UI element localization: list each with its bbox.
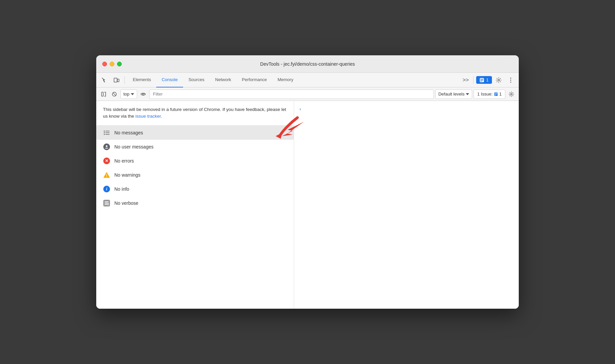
maximize-button[interactable] [117,62,122,66]
back-icon[interactable] [99,89,108,99]
info-label: No info [114,186,129,192]
toolbar-right: >> 1 [461,75,516,85]
more-options-icon[interactable] [505,75,516,85]
tab-sources[interactable]: Sources [183,73,210,87]
svg-rect-21 [105,201,109,202]
main-toolbar: Elements Console Sources Network Perform… [96,73,519,87]
traffic-lights [102,62,122,66]
filter-user-messages[interactable]: No user messages [96,140,294,154]
svg-rect-22 [105,203,109,203]
svg-text:!: ! [106,174,107,178]
svg-point-18 [104,134,105,135]
message-list: No messages No user messages [96,126,294,309]
device-toggle-icon[interactable] [111,75,122,85]
warning-icon: ! [103,171,110,179]
svg-point-4 [510,77,511,78]
notice-suffix: . [161,114,162,119]
list-icon [103,129,110,136]
context-label: top [123,92,129,97]
notice-link[interactable]: issue tracker [135,114,161,119]
badge-count: 1 [486,77,489,82]
svg-point-12 [511,94,512,95]
sidebar-notice: This sidebar will be removed in a future… [96,101,294,126]
tab-console[interactable]: Console [156,73,183,87]
filter-errors[interactable]: ✕ No errors [96,154,294,168]
inspect-element-icon[interactable] [99,75,110,85]
toolbar-divider-1 [124,76,125,84]
context-selector[interactable]: top [120,89,137,99]
user-messages-label: No user messages [114,144,154,149]
issue-text: 1 Issue: [477,92,493,97]
svg-point-17 [104,132,105,133]
issues-badge-button[interactable]: 1 [476,76,492,84]
default-levels-selector[interactable]: Default levels [435,89,472,99]
notice-text: This sidebar will be removed in a future… [103,107,286,119]
user-icon [103,143,110,150]
window-title: DevTools - jec.fyi/demo/css-container-qu… [260,61,355,67]
default-levels-label: Default levels [438,92,464,97]
devtools-window: DevTools - jec.fyi/demo/css-container-qu… [96,55,519,309]
main-panel: › [294,101,519,309]
warnings-label: No warnings [114,172,141,178]
svg-point-6 [510,81,511,82]
filter-verbose[interactable]: No verbose [96,196,294,210]
info-icon: i [103,185,110,193]
clear-console-icon[interactable] [110,89,119,99]
titlebar: DevTools - jec.fyi/demo/css-container-qu… [96,55,519,73]
minimize-button[interactable] [110,62,114,66]
main-tabs: Elements Console Sources Network Perform… [127,73,460,87]
sidebar: This sidebar will be removed in a future… [96,101,294,309]
issue-count: 1 [499,92,502,97]
filter-input[interactable] [149,89,434,99]
tab-network[interactable]: Network [210,73,237,87]
content-area: This sidebar will be removed in a future… [96,101,519,309]
svg-rect-0 [114,78,117,82]
more-tabs-button[interactable]: >> [461,75,470,85]
tab-performance[interactable]: Performance [236,73,272,87]
filter-warnings[interactable]: ! No warnings [96,168,294,182]
verbose-icon [103,199,110,207]
svg-rect-1 [117,79,119,82]
console-settings-icon[interactable] [507,89,516,99]
filter-all-messages[interactable]: No messages [96,126,294,140]
issue-badge[interactable]: 1 Issue: 1 [473,89,505,99]
svg-line-9 [113,93,116,96]
console-toolbar: top Default levels 1 Issue: 1 [96,87,519,101]
svg-point-19 [106,145,108,147]
toolbar-divider-2 [473,76,473,84]
eye-icon[interactable] [138,89,148,99]
close-button[interactable] [102,62,107,66]
all-messages-label: No messages [114,130,143,135]
tab-memory[interactable]: Memory [272,73,299,87]
verbose-label: No verbose [114,200,138,206]
tab-elements[interactable]: Elements [127,73,156,87]
svg-point-10 [143,93,144,95]
svg-point-16 [104,130,105,131]
errors-label: No errors [114,158,134,164]
svg-point-3 [498,79,500,81]
settings-icon[interactable] [493,75,504,85]
svg-point-5 [510,79,511,80]
filter-info[interactable]: i No info [96,182,294,196]
svg-rect-7 [102,92,103,96]
svg-rect-23 [105,204,107,205]
chevron-right-icon[interactable]: › [299,106,513,112]
error-icon: ✕ [103,157,110,165]
